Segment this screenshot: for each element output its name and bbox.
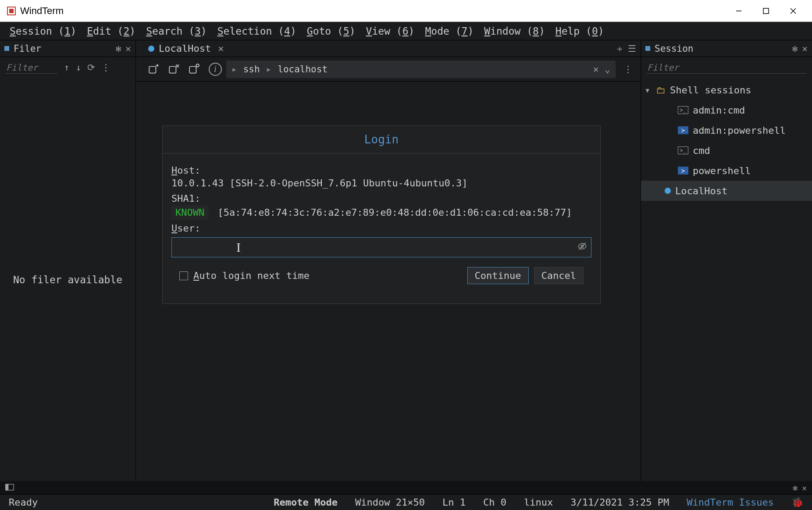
menu-mode[interactable]: Mode (7) (421, 24, 477, 39)
continue-button[interactable]: Continue (467, 267, 529, 284)
tree-item[interactable]: ≻ powershell (641, 160, 812, 181)
status-ln[interactable]: Ln 1 (442, 497, 466, 508)
filer-close-icon[interactable]: ✕ (125, 43, 131, 54)
breadcrumb-localhost[interactable]: localhost (278, 64, 328, 75)
tree-item[interactable]: ≻ admin:powershell (641, 120, 812, 140)
titlebar: WindTerm (0, 0, 812, 22)
aux-bar: ✻ ✕ (0, 481, 812, 494)
chevron-down-icon: ▾ (645, 85, 652, 96)
gear-icon[interactable]: ✻ (793, 483, 798, 492)
menu-edit[interactable]: Edit (2) (83, 24, 139, 39)
menu-search[interactable]: Search (3) (142, 24, 210, 39)
svg-rect-1 (9, 9, 14, 13)
info-icon[interactable]: i (209, 63, 222, 76)
more-vertical-icon[interactable]: ⋮ (623, 64, 633, 75)
chevron-down-icon[interactable]: ⌄ (605, 64, 610, 75)
refresh-icon[interactable]: ⟳ (87, 62, 95, 73)
editor-panel: LocalHost ✕ ＋ ☰ i ▸ (136, 40, 641, 481)
status-window[interactable]: Window 21×50 (355, 497, 425, 508)
breadcrumb-sep-icon: ▸ (266, 64, 272, 75)
svg-rect-9 (169, 66, 176, 73)
editor-toolbar: i ▸ ssh ▸ localhost ✕ ⌄ ⋮ (136, 57, 641, 82)
new-session-icon[interactable] (146, 61, 161, 77)
status-os[interactable]: linux (524, 497, 553, 508)
status-ch[interactable]: Ch 0 (483, 497, 506, 508)
filer-filter-input[interactable] (5, 62, 58, 74)
svg-rect-17 (6, 484, 8, 490)
editor-tabbar: LocalHost ✕ ＋ ☰ (136, 40, 641, 57)
gear-icon[interactable]: ✻ (116, 43, 121, 54)
session-panel: Session ✻ ✕ ▾ 🗀 Shell sessions ≻_ admin:… (641, 40, 812, 481)
gear-icon[interactable]: ✻ (792, 43, 798, 54)
new-tab-icon[interactable]: ＋ (615, 43, 624, 55)
tree-item-label: admin:cmd (693, 105, 745, 116)
powershell-icon: ≻ (678, 126, 688, 134)
filer-panel: Filer ✻ ✕ ↑ ↓ ⟳ ⋮ No filer available (0, 40, 136, 481)
svg-rect-6 (149, 66, 156, 73)
filer-toolbar: ↑ ↓ ⟳ ⋮ (0, 57, 135, 78)
address-clear-icon[interactable]: ✕ (593, 64, 599, 75)
tree-item-label: admin:powershell (693, 125, 786, 136)
user-input[interactable] (171, 237, 591, 257)
close-button[interactable] (780, 2, 807, 20)
minimize-button[interactable] (725, 2, 752, 20)
known-badge: KNOWN (171, 206, 208, 219)
tree-item[interactable]: ≻_ cmd (641, 140, 812, 160)
menu-session[interactable]: Session (1) (6, 24, 80, 39)
session-close-icon[interactable]: ✕ (802, 43, 808, 54)
session-panel-title: Session ✻ ✕ (641, 40, 812, 57)
status-ready: Ready (9, 497, 38, 508)
breadcrumb-sep-icon: ▸ (231, 64, 237, 75)
tree-item-localhost[interactable]: LocalHost (641, 181, 812, 201)
filer-empty-text: No filer available (0, 78, 135, 481)
tree-item[interactable]: ≻_ admin:cmd (641, 100, 812, 120)
maximize-button[interactable] (752, 2, 780, 20)
session-dot-icon (148, 46, 154, 52)
terminal-area: Login Host: 10.0.1.43 [SSH-2.0-OpenSSH_7… (136, 82, 641, 481)
tree-item-label: LocalHost (675, 185, 727, 196)
detach-session-icon[interactable] (186, 61, 202, 77)
tree-root-shell-sessions[interactable]: ▾ 🗀 Shell sessions (641, 80, 812, 100)
sha1-label: SHA1: (171, 193, 591, 204)
menubar: Session (1) Edit (2) Search (3) Selectio… (0, 22, 812, 40)
status-datetime: 3/11/2021 3:25 PM (570, 497, 669, 508)
arrow-up-icon[interactable]: ↑ (64, 62, 70, 73)
statusbar: Ready Remote Mode Window 21×50 Ln 1 Ch 0… (0, 494, 812, 510)
auto-login-checkbox[interactable] (179, 271, 188, 280)
bug-icon[interactable]: 🐞 (791, 497, 803, 508)
terminal-icon: ≻_ (678, 146, 688, 154)
folder-icon: 🗀 (656, 85, 666, 96)
close-icon[interactable]: ✕ (802, 483, 807, 492)
svg-point-13 (196, 64, 199, 67)
breadcrumb-ssh[interactable]: ssh (243, 64, 260, 75)
session-filter-input[interactable] (646, 62, 807, 74)
svg-rect-3 (763, 8, 769, 14)
login-dialog: Login Host: 10.0.1.43 [SSH-2.0-OpenSSH_7… (162, 125, 601, 304)
tab-close-icon[interactable]: ✕ (218, 43, 224, 54)
session-dot-icon (665, 188, 671, 194)
svg-rect-12 (189, 66, 196, 73)
eye-off-icon[interactable] (577, 242, 587, 253)
menu-goto[interactable]: Goto (5) (303, 24, 359, 39)
cancel-button[interactable]: Cancel (534, 267, 584, 284)
panel-toggle-icon[interactable] (5, 483, 14, 492)
session-title-label: Session (655, 43, 788, 54)
menu-selection[interactable]: Selection (4) (214, 24, 300, 39)
text-cursor-icon: I (236, 240, 241, 255)
tab-localhost[interactable]: LocalHost ✕ (144, 41, 228, 56)
arrow-down-icon[interactable]: ↓ (76, 62, 82, 73)
filer-panel-title: Filer ✻ ✕ (0, 40, 135, 57)
tree-item-label: cmd (693, 145, 710, 156)
issues-link[interactable]: WindTerm Issues (687, 497, 774, 508)
address-bar[interactable]: ▸ ssh ▸ localhost ✕ ⌄ (226, 61, 616, 78)
status-mode[interactable]: Remote Mode (274, 497, 338, 508)
menu-view[interactable]: View (6) (363, 24, 418, 39)
more-vertical-icon[interactable]: ⋮ (101, 62, 110, 73)
menu-help[interactable]: Help (0) (552, 24, 608, 39)
close-session-icon[interactable] (166, 61, 182, 77)
menu-window[interactable]: Window (8) (481, 24, 548, 39)
tab-label: LocalHost (159, 43, 211, 54)
powershell-icon: ≻ (678, 167, 688, 175)
host-line: 10.0.1.43 [SSH-2.0-OpenSSH_7.6p1 Ubuntu-… (171, 178, 591, 189)
tab-menu-icon[interactable]: ☰ (628, 43, 636, 54)
